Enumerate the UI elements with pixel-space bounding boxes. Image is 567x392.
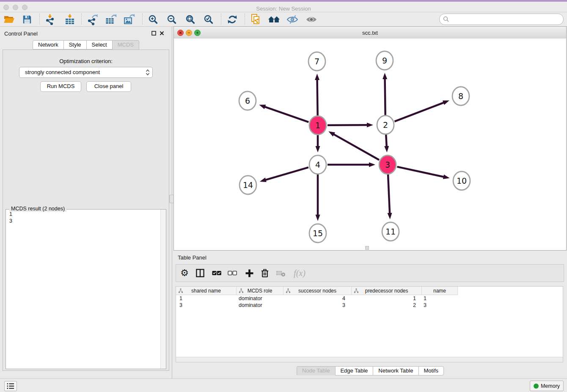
graph-edge[interactable] [328, 125, 368, 125]
table-cell[interactable]: 3 [420, 302, 456, 309]
canvas-resize-handle[interactable] [365, 246, 369, 250]
tab-motifs[interactable]: Motifs [418, 366, 444, 375]
table-cell[interactable]: dominator [236, 295, 283, 302]
save-icon [22, 14, 32, 25]
tab-edge-table[interactable]: Edge Table [335, 366, 373, 375]
memory-status-icon [534, 384, 539, 389]
graph-edge[interactable] [385, 78, 385, 115]
network-canvas[interactable]: 1234678910111415 [174, 39, 566, 250]
hide-graphics-details-button[interactable] [286, 13, 299, 26]
tab-style[interactable]: Style [63, 40, 87, 50]
network-window-titlebar[interactable]: scc.txt [174, 27, 566, 39]
network-view-window: scc.txt 1234678910111415 [173, 26, 567, 251]
zoom-selected-button[interactable] [202, 13, 215, 26]
column-header-mcds-role[interactable]: MCDS role [237, 287, 284, 295]
hierarchy-icon [239, 288, 244, 293]
zoom-out-button[interactable] [165, 13, 179, 26]
tab-network-table[interactable]: Network Table [373, 366, 418, 375]
import-table-button[interactable] [63, 13, 77, 26]
tab-mcds[interactable]: MCDS [112, 40, 139, 50]
graph-edge-arrowhead [369, 163, 375, 167]
column-header-shared-name[interactable]: shared name [176, 287, 237, 295]
table-cell[interactable]: 1 [420, 295, 456, 302]
table-row[interactable]: 1dominator411 [176, 295, 563, 302]
table-cell[interactable]: 2 [350, 302, 420, 309]
graph-edge[interactable] [397, 167, 444, 177]
table-row[interactable]: 3dominator323 [176, 302, 563, 309]
deselect-all-rows-button[interactable] [226, 267, 238, 279]
network-window-title: scc.txt [174, 30, 566, 36]
export-image-icon [123, 14, 135, 25]
network-overview-button[interactable] [249, 13, 263, 26]
graph-node-label: 6 [245, 96, 250, 105]
graph-edge[interactable] [317, 79, 318, 116]
eye-icon [306, 15, 317, 24]
export-table-button[interactable] [104, 13, 118, 26]
graph-node-label: 1 [315, 121, 320, 130]
table-cell[interactable]: 1 [350, 295, 420, 302]
search-icon [443, 16, 449, 22]
show-graphics-details-button[interactable] [305, 13, 318, 26]
table-settings-button[interactable]: ⚙ [179, 267, 190, 279]
table-cell[interactable]: 1 [176, 295, 236, 302]
select-all-rows-button[interactable] [211, 267, 223, 279]
graph-edge[interactable] [264, 107, 309, 122]
column-header-successor-nodes[interactable]: successor nodes [284, 287, 352, 295]
delete-table-button[interactable] [275, 267, 286, 279]
horizontal-scrollbar[interactable] [176, 357, 563, 362]
optimization-criterion-dropdown[interactable]: strongly connected component [19, 67, 153, 78]
export-image-button[interactable] [122, 13, 136, 26]
graph-node-label: 2 [383, 120, 388, 130]
column-label: name [433, 288, 446, 294]
run-mcds-button[interactable]: Run MCDS [40, 81, 81, 92]
refresh-view-button[interactable] [226, 13, 239, 26]
table-cell[interactable]: 4 [283, 295, 350, 302]
export-network-icon [86, 14, 98, 25]
table-cell[interactable]: 3 [176, 302, 236, 309]
graph-edge[interactable] [388, 174, 390, 214]
search-input[interactable] [451, 15, 560, 24]
toolbar-separator [39, 14, 40, 25]
graph-edge[interactable] [394, 102, 444, 121]
graph-edge[interactable] [264, 167, 308, 180]
table-cell[interactable]: dominator [236, 302, 283, 309]
save-session-button[interactable] [20, 13, 34, 26]
open-session-button[interactable] [3, 13, 16, 26]
table-cell[interactable]: 3 [283, 302, 350, 309]
column-label: shared name [191, 288, 221, 294]
fx-icon: f(x) [294, 268, 306, 278]
column-label: successor nodes [298, 288, 336, 294]
list-icon [6, 382, 15, 390]
graph-edge[interactable] [386, 135, 387, 147]
import-network-button[interactable] [43, 13, 57, 26]
graph-edge-arrowhead [384, 146, 389, 152]
column-header-predecessor-nodes[interactable]: predecessor nodes [352, 287, 422, 295]
add-row-button[interactable] [243, 267, 255, 279]
delete-row-button[interactable] [259, 267, 271, 279]
graph-node-label: 11 [385, 227, 396, 236]
search-box[interactable] [439, 14, 564, 25]
task-history-button[interactable] [4, 381, 17, 391]
column-header-name[interactable]: name [422, 287, 458, 295]
export-network-button[interactable] [85, 13, 99, 26]
zoom-fit-button[interactable] [184, 13, 197, 26]
graph-edge[interactable] [333, 134, 379, 160]
memory-button[interactable]: Memory [530, 381, 564, 391]
close-panel-button-inner[interactable]: Close panel [86, 81, 131, 92]
float-icon [151, 31, 156, 36]
hierarchy-icon [286, 288, 291, 293]
tab-node-table[interactable]: Node Table [297, 366, 336, 375]
zoom-in-button[interactable] [146, 13, 160, 26]
function-builder-button[interactable]: f(x) [292, 267, 307, 279]
tab-network[interactable]: Network [33, 40, 64, 50]
tab-select[interactable]: Select [86, 40, 113, 50]
float-panel-button[interactable] [151, 30, 157, 36]
network-graph[interactable]: 1234678910111415 [174, 39, 566, 250]
table-toolbar: ⚙ [176, 264, 564, 282]
show-all-networks-button[interactable] [267, 13, 281, 26]
close-panel-button[interactable] [159, 30, 165, 36]
vertical-scrollbar[interactable] [160, 210, 166, 369]
homes-icon [268, 14, 281, 25]
show-column-button[interactable] [194, 267, 206, 279]
graph-node-label: 15 [313, 229, 323, 238]
